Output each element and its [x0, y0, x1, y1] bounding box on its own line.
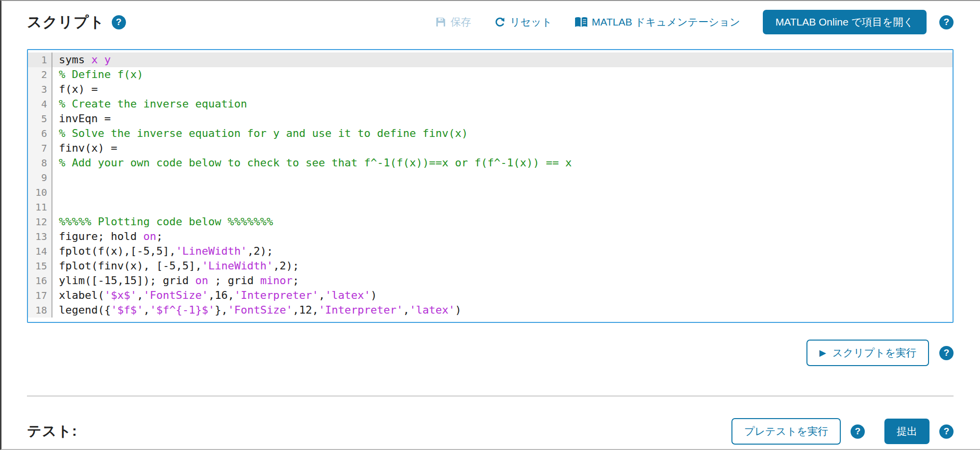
- reset-label: リセット: [510, 15, 552, 29]
- line-number: 18: [28, 303, 52, 318]
- line-number: 14: [28, 244, 52, 259]
- code-line-text: ylim([-15,15]); grid on ; grid minor;: [52, 273, 299, 288]
- section-divider: [27, 396, 954, 397]
- code-line[interactable]: 13figure; hold on;: [28, 229, 953, 244]
- run-pretests-label: プレテストを実行: [744, 424, 828, 438]
- line-number: 8: [28, 156, 52, 170]
- submit-help-icon[interactable]: ?: [939, 424, 954, 439]
- tests-heading: テスト:: [27, 422, 77, 441]
- run-script-help-icon[interactable]: ?: [939, 346, 954, 360]
- line-number: 2: [28, 67, 52, 82]
- code-line[interactable]: 4% Create the inverse equation: [28, 97, 953, 111]
- grader-script-page: スクリプト ? 保存 リセット: [1, 1, 980, 445]
- code-line-text: figure; hold on;: [52, 229, 163, 244]
- code-line-text: xlabel('$x$','FontSize',16,'Interpreter'…: [52, 288, 377, 303]
- reset-button[interactable]: リセット: [494, 15, 552, 29]
- line-number: 4: [28, 97, 52, 111]
- code-line[interactable]: 11: [28, 200, 953, 214]
- code-line-text: legend({'$f$','$f^{-1}$'},'FontSize',12,…: [52, 303, 461, 318]
- toolbar: 保存 リセット M: [435, 10, 954, 34]
- code-editor[interactable]: 1syms x y2% Define f(x)3f(x) =4% Create …: [27, 49, 954, 323]
- code-line-text: fplot(finv(x), [-5,5],'LineWidth',2);: [52, 259, 299, 273]
- code-line-text: % Add your own code below to check to se…: [52, 156, 572, 170]
- code-line[interactable]: 9: [28, 170, 953, 185]
- line-number: 1: [28, 53, 52, 67]
- code-line-text: fplot(f(x),[-5,5],'LineWidth',2);: [52, 244, 273, 259]
- header: スクリプト ? 保存 リセット: [27, 1, 954, 34]
- code-line-text: invEqn =: [52, 111, 111, 126]
- code-line-text: % Create the inverse equation: [52, 97, 247, 111]
- matlab-docs-link[interactable]: MATLAB ドキュメンテーション: [575, 15, 740, 29]
- code-line-text: % Solve the inverse equation for y and u…: [52, 126, 468, 141]
- line-number: 15: [28, 259, 52, 273]
- book-icon: [575, 17, 588, 28]
- line-number: 16: [28, 273, 52, 288]
- tests-actions: プレテストを実行 ? 提出 ?: [731, 418, 954, 445]
- pretests-help-icon[interactable]: ?: [851, 424, 865, 439]
- code-line[interactable]: 16ylim([-15,15]); grid on ; grid minor;: [28, 273, 953, 288]
- line-number: 10: [28, 185, 52, 200]
- line-number: 9: [28, 170, 52, 185]
- code-line-text: % Define f(x): [52, 67, 143, 82]
- code-line-text: [52, 185, 59, 200]
- code-line[interactable]: 18legend({'$f$','$f^{-1}$'},'FontSize',1…: [28, 303, 953, 318]
- open-online-help-icon[interactable]: ?: [939, 15, 954, 29]
- page-title: スクリプト: [27, 12, 105, 32]
- code-line[interactable]: 12%%%%% Plotting code below %%%%%%%: [28, 214, 953, 229]
- code-line-text: f(x) =: [52, 82, 98, 97]
- floppy-disk-icon: [435, 16, 447, 28]
- code-line[interactable]: 6% Solve the inverse equation for y and …: [28, 126, 953, 141]
- run-pretests-button[interactable]: プレテストを実行: [731, 418, 841, 445]
- code-line-text: finv(x) =: [52, 141, 117, 156]
- code-line[interactable]: 3f(x) =: [28, 82, 953, 97]
- code-line[interactable]: 14fplot(f(x),[-5,5],'LineWidth',2);: [28, 244, 953, 259]
- code-line[interactable]: 1syms x y: [28, 53, 953, 67]
- code-line-text: [52, 170, 59, 185]
- run-script-button[interactable]: ▶ スクリプトを実行: [806, 340, 929, 366]
- code-line-text: syms x y: [52, 53, 111, 67]
- line-number: 5: [28, 111, 52, 126]
- line-number: 17: [28, 288, 52, 303]
- script-help-icon[interactable]: ?: [112, 15, 126, 29]
- code-line[interactable]: 7finv(x) =: [28, 141, 953, 156]
- code-line[interactable]: 2% Define f(x): [28, 67, 953, 82]
- line-number: 6: [28, 126, 52, 141]
- run-script-label: スクリプトを実行: [832, 346, 916, 360]
- code-line[interactable]: 5invEqn =: [28, 111, 953, 126]
- reset-icon: [494, 16, 506, 28]
- line-number: 3: [28, 82, 52, 97]
- code-line-text: [52, 200, 59, 214]
- code-line[interactable]: 8% Add your own code below to check to s…: [28, 156, 953, 170]
- line-number: 11: [28, 200, 52, 214]
- code-line[interactable]: 15fplot(finv(x), [-5,5],'LineWidth',2);: [28, 259, 953, 273]
- run-script-row: ▶ スクリプトを実行 ?: [27, 340, 954, 366]
- docs-label: MATLAB ドキュメンテーション: [592, 15, 740, 29]
- code-line[interactable]: 10: [28, 185, 953, 200]
- tests-section: テスト: プレテストを実行 ? 提出 ?: [27, 418, 954, 445]
- play-icon: ▶: [819, 347, 826, 358]
- line-number: 12: [28, 214, 52, 229]
- code-line-text: %%%%% Plotting code below %%%%%%%: [52, 214, 273, 229]
- code-line[interactable]: 17xlabel('$x$','FontSize',16,'Interprete…: [28, 288, 953, 303]
- save-label: 保存: [451, 15, 471, 29]
- line-number: 7: [28, 141, 52, 156]
- line-number: 13: [28, 229, 52, 244]
- submit-button[interactable]: 提出: [884, 419, 930, 444]
- save-button[interactable]: 保存: [435, 15, 471, 29]
- open-matlab-online-button[interactable]: MATLAB Online で項目を開く: [763, 10, 927, 34]
